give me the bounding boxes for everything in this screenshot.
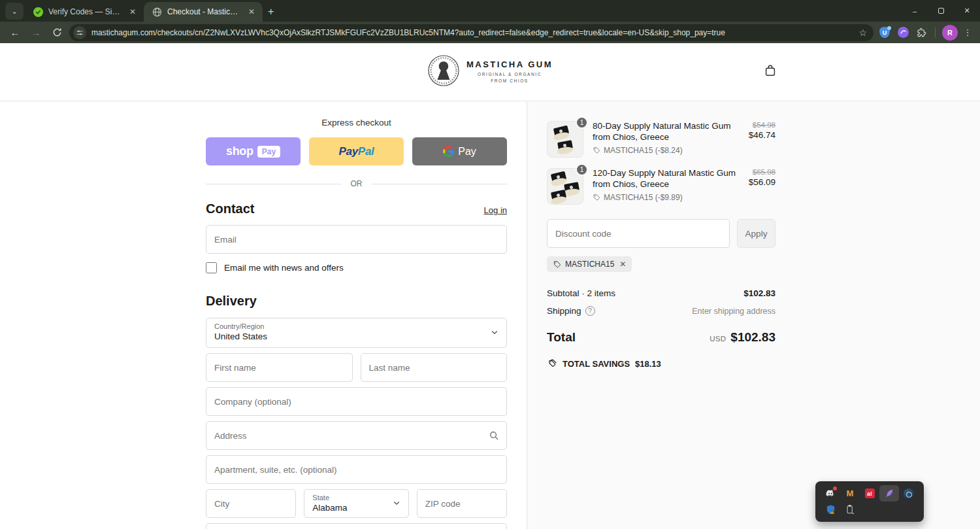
logo-text: MASTICHA GUM ORIGINAL & ORGANICFROM CHIO… (466, 60, 553, 84)
shipping-label: Shipping (547, 306, 581, 316)
tag-icon (593, 146, 600, 154)
checkout-form-column: Express checkout shop Pay PayPal Pay (0, 102, 527, 529)
delivery-section-title: Delivery (206, 294, 257, 309)
quantity-badge: 1 (576, 163, 588, 176)
steam-icon[interactable] (899, 485, 919, 502)
gpay-wordmark: Pay (458, 146, 476, 158)
address-field[interactable] (206, 421, 507, 450)
notification-dot (887, 26, 891, 30)
item-discount-tag: MASTICHA15 (-$8.24) (593, 146, 740, 155)
state-select[interactable]: State Alabama (304, 489, 408, 518)
window-restore-button[interactable] (928, 0, 954, 22)
login-link[interactable]: Log in (484, 205, 507, 215)
apartment-field[interactable] (206, 455, 507, 484)
product-title: 120-Day Supply Natural Mastic Gum from C… (593, 168, 740, 190)
address-bar[interactable]: mastichagum.com/checkouts/cn/Z2NwLXVzLWV… (69, 24, 874, 41)
total-row: Total USD $102.83 (547, 330, 776, 345)
chevron-down-icon (491, 327, 498, 339)
original-price: $65.98 (749, 168, 776, 176)
newsletter-label: Email me with news and offers (224, 263, 344, 273)
shipping-help-icon[interactable]: ? (585, 306, 595, 316)
applied-discount-pill: MASTICHA15 ✕ (547, 256, 632, 272)
remove-discount-button[interactable]: ✕ (619, 260, 626, 269)
extensions-puzzle-icon[interactable] (914, 26, 928, 40)
extension-shield-icon[interactable]: U (877, 26, 892, 40)
email-field[interactable] (206, 225, 507, 254)
google-pay-button[interactable]: Pay (412, 137, 507, 165)
newsletter-checkbox[interactable] (206, 262, 217, 273)
savings-label: TOTAL SAVINGS (563, 359, 630, 369)
total-label: Total (547, 330, 576, 345)
extension-simplycodes-icon[interactable] (896, 26, 910, 40)
or-divider: OR (206, 179, 507, 188)
restore-icon (938, 8, 944, 14)
express-checkout-title: Express checkout (206, 118, 507, 128)
applied-code-text: MASTICHA15 (565, 260, 614, 269)
window-close-button[interactable]: ✕ (954, 0, 980, 22)
savings-value: $18.13 (635, 359, 661, 369)
tab-search-button[interactable]: ⌄ (5, 3, 24, 20)
original-price: $54.98 (749, 121, 776, 129)
store-logo[interactable]: MASTICHA GUM ORIGINAL & ORGANICFROM CHIO… (427, 54, 553, 90)
screen: ⌄ Verify Codes — SimplyCodes ✕ Checkout … (0, 0, 980, 529)
currency-code: USD (710, 335, 726, 343)
last-name-field[interactable] (361, 353, 508, 382)
discounted-price: $56.09 (749, 177, 776, 187)
globe-favicon-icon (152, 7, 162, 17)
gold-m-app-icon[interactable]: M (840, 485, 860, 502)
cart-item: 1 80-Day Supply Natural Mastic Gum from … (547, 121, 776, 158)
browser-menu-button[interactable]: ⋮ (962, 27, 973, 37)
tab-title: Checkout - Masticha Gum (167, 7, 242, 16)
tab-checkout-active[interactable]: Checkout - Masticha Gum ✕ (144, 2, 263, 22)
cart-item: 1 120-Day Supply Natural Mastic Gum from… (547, 168, 776, 205)
url-text[interactable]: mastichagum.com/checkouts/cn/Z2NwLXVzLWV… (91, 28, 853, 37)
tab-close-icon[interactable]: ✕ (247, 7, 256, 16)
zip-field[interactable] (417, 489, 507, 518)
site-info-icon[interactable] (73, 26, 86, 39)
notification-dot (833, 486, 837, 490)
paypal-button[interactable]: PayPal (309, 137, 404, 165)
discount-code-input[interactable] (547, 219, 730, 248)
shipping-value: Enter shipping address (692, 307, 776, 316)
security-warning-icon[interactable] (821, 502, 840, 518)
subtotal-label: Subtotal · 2 items (547, 288, 615, 298)
discord-icon[interactable] (821, 485, 840, 502)
back-button[interactable]: ← (7, 24, 24, 41)
search-icon (489, 430, 499, 441)
shop-pay-wordmark: shop (226, 145, 253, 158)
bookmark-star-icon[interactable]: ☆ (858, 27, 867, 38)
shield-letter: U (883, 29, 887, 36)
double-tag-icon (547, 358, 557, 369)
tab-simplycodes[interactable]: Verify Codes — SimplyCodes ✕ (25, 2, 144, 22)
total-value: $102.83 (730, 330, 776, 345)
tab-close-icon[interactable]: ✕ (128, 7, 137, 16)
country-value: United States (214, 332, 484, 341)
logo-emblem-icon (427, 54, 460, 90)
feather-app-icon[interactable] (879, 485, 899, 502)
chevron-down-icon (393, 498, 400, 509)
shipping-row: Shipping ? Enter shipping address (547, 306, 776, 316)
reload-button[interactable] (48, 24, 65, 41)
apply-discount-button[interactable]: Apply (737, 219, 776, 248)
profile-avatar[interactable]: R (942, 25, 958, 41)
new-tab-button[interactable]: + (268, 6, 274, 18)
usb-device-icon[interactable] (840, 502, 860, 518)
red-app-icon[interactable]: a! (860, 485, 879, 502)
checkout-header: MASTICHA GUM ORIGINAL & ORGANICFROM CHIO… (0, 43, 980, 101)
item-discount-tag: MASTICHA15 (-$9.89) (593, 193, 740, 202)
phone-field[interactable] (206, 523, 507, 529)
state-label: State (312, 494, 385, 502)
company-field[interactable] (206, 387, 507, 416)
window-minimize-button[interactable]: – (902, 0, 928, 22)
shop-pay-button[interactable]: shop Pay (206, 137, 301, 165)
first-name-field[interactable] (206, 353, 353, 382)
country-select[interactable]: Country/Region United States (206, 318, 507, 348)
state-value: Alabama (312, 503, 385, 513)
tab-title: Verify Codes — SimplyCodes (48, 7, 123, 16)
city-field[interactable] (206, 489, 296, 518)
cart-bag-button[interactable] (763, 63, 777, 80)
forward-button[interactable]: → (27, 24, 44, 41)
newsletter-checkbox-row: Email me with news and offers (206, 262, 507, 273)
country-label: Country/Region (214, 322, 484, 331)
quantity-badge: 1 (576, 116, 588, 129)
